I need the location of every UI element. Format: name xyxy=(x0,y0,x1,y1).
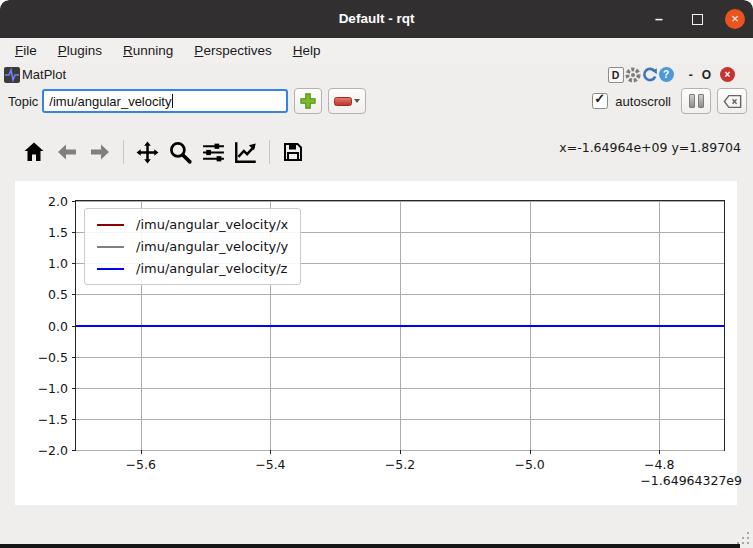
y-tick-mark xyxy=(72,232,76,233)
clear-button[interactable] xyxy=(717,88,747,114)
save-floppy-icon xyxy=(281,140,305,164)
menu-help[interactable]: Help xyxy=(288,41,326,60)
close-button[interactable]: × xyxy=(725,9,745,29)
x-tick-mark xyxy=(659,450,660,454)
y-tick-mark xyxy=(72,263,76,264)
remove-topic-button[interactable] xyxy=(328,88,366,114)
pan-button[interactable] xyxy=(134,138,160,166)
window-controls: – × xyxy=(649,0,745,38)
maximize-button[interactable] xyxy=(687,9,707,29)
y-tick-label: −2.0 xyxy=(38,443,68,458)
x-tick-mark xyxy=(270,450,271,454)
x-tick-mark xyxy=(400,450,401,454)
forward-arrow-icon xyxy=(88,140,112,164)
chart-arrow-icon xyxy=(233,139,259,165)
help-button[interactable]: ? xyxy=(659,67,674,82)
window-titlebar[interactable]: Default - rqt – × xyxy=(0,0,753,38)
minimize-button[interactable]: – xyxy=(649,9,669,29)
y-tick-label: 1.0 xyxy=(48,256,68,271)
plot-axes: 2.01.51.00.50.0−0.5−1.0−1.5−2.0−5.6−5.4−… xyxy=(75,200,725,451)
autoscroll-group: ✓ autoscroll xyxy=(592,88,747,114)
edit-parameters-button[interactable] xyxy=(233,138,259,166)
x-tick-label: −5.4 xyxy=(255,457,285,472)
y-tick-label: −1.0 xyxy=(38,380,68,395)
configure-subplots-button[interactable] xyxy=(200,138,226,166)
forward-button[interactable] xyxy=(87,138,113,166)
pan-move-icon xyxy=(135,140,160,165)
settings-button[interactable] xyxy=(625,67,641,83)
y-tick-mark xyxy=(72,450,76,451)
legend-line-swatch xyxy=(97,246,124,248)
zoom-button[interactable] xyxy=(167,138,193,166)
toolbar-separator xyxy=(269,140,270,164)
pause-icon xyxy=(689,94,704,108)
collapse-icon: - xyxy=(689,68,693,82)
x-tick-label: −5.6 xyxy=(126,457,156,472)
gear-icon xyxy=(625,67,641,83)
autoscroll-label: autoscroll xyxy=(615,94,671,109)
x-tick-label: −5.2 xyxy=(385,457,415,472)
clear-backspace-icon xyxy=(723,94,742,109)
maximize-icon xyxy=(692,14,703,25)
x-tick-label: −4.8 xyxy=(644,457,674,472)
y-tick-label: 0.0 xyxy=(48,318,68,333)
add-topic-button[interactable] xyxy=(294,88,322,114)
menu-running[interactable]: Running xyxy=(118,41,178,60)
y-tick-label: 2.0 xyxy=(48,194,68,209)
topic-input-value: /imu/angular_velocity xyxy=(49,94,171,109)
topic-toolbar: Topic /imu/angular_velocity ✓ autoscroll xyxy=(0,86,753,116)
menu-bar: File Plugins Running Perspectives Help xyxy=(0,38,753,63)
plot-toolbar xyxy=(21,133,306,171)
x-tick-mark xyxy=(141,450,142,454)
rqt-window: Default - rqt – × File Plugins Running P… xyxy=(0,0,753,548)
legend-line-swatch xyxy=(97,224,124,226)
close-icon: × xyxy=(731,9,739,29)
plot-legend: /imu/angular_velocity/x/imu/angular_velo… xyxy=(84,208,301,285)
home-button[interactable] xyxy=(21,138,47,166)
plot-canvas[interactable]: 2.01.51.00.50.0−0.5−1.0−1.5−2.0−5.6−5.4−… xyxy=(15,181,737,505)
dropdown-arrow-icon xyxy=(354,99,360,103)
menu-file[interactable]: File xyxy=(10,41,42,60)
x-tick-label: −5.0 xyxy=(514,457,544,472)
plugin-titlebar[interactable]: MatPlot D ? - O × xyxy=(0,63,753,86)
y-tick-label: −0.5 xyxy=(38,349,68,364)
menu-plugins[interactable]: Plugins xyxy=(53,41,107,60)
plugin-title: MatPlot xyxy=(22,67,66,82)
magnifier-icon xyxy=(168,140,193,165)
plugin-close-button[interactable]: × xyxy=(720,67,735,82)
collapse-button[interactable]: - xyxy=(685,68,697,82)
y-tick-label: 1.5 xyxy=(48,225,68,240)
topic-label: Topic xyxy=(8,94,38,109)
y-tick-label: −1.5 xyxy=(38,411,68,426)
menu-perspectives[interactable]: Perspectives xyxy=(189,41,276,60)
toolbar-separator xyxy=(123,140,124,164)
legend-label: /imu/angular_velocity/y xyxy=(136,239,288,254)
save-button[interactable] xyxy=(280,138,306,166)
background-window-strip xyxy=(0,544,740,548)
question-icon: ? xyxy=(663,69,669,80)
pause-button[interactable] xyxy=(681,88,711,114)
minus-icon xyxy=(334,97,352,106)
reload-button[interactable] xyxy=(642,67,658,83)
x-axis-offset-label: −1.64964327e9 xyxy=(640,473,742,488)
y-tick-mark xyxy=(72,388,76,389)
resize-grip[interactable] xyxy=(747,542,749,544)
topic-input[interactable]: /imu/angular_velocity xyxy=(42,89,288,113)
reload-icon xyxy=(642,67,658,83)
back-button[interactable] xyxy=(54,138,80,166)
dock-buttons: D ? - O × xyxy=(608,67,735,83)
window-title: Default - rqt xyxy=(0,0,753,38)
float-button[interactable]: O xyxy=(698,68,715,82)
y-tick-mark xyxy=(72,294,76,295)
legend-label: /imu/angular_velocity/x xyxy=(136,217,288,232)
y-tick-mark xyxy=(72,201,76,202)
legend-line-swatch xyxy=(97,268,124,270)
legend-entry: /imu/angular_velocity/y xyxy=(97,239,288,254)
legend-entry: /imu/angular_velocity/z xyxy=(97,261,288,276)
plugin-close-icon: × xyxy=(725,69,731,80)
plus-icon xyxy=(299,92,317,110)
minimize-icon: – xyxy=(655,15,663,23)
dock-button[interactable]: D xyxy=(608,67,624,83)
autoscroll-checkbox[interactable]: ✓ xyxy=(592,93,608,109)
y-tick-mark xyxy=(72,419,76,420)
